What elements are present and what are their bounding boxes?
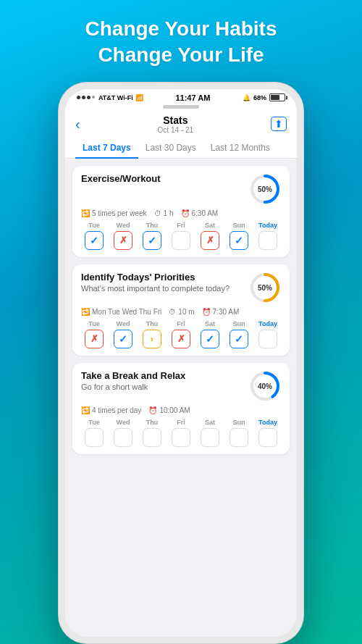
signal-dot-4 [92,96,95,99]
days-row-break: Tue Wed Thu Fri [81,419,281,447]
habit-meta-priorities: 🔁 Mon Tue Wed Thu Fri ⏱ 10 m ⏰ 7:30 AM [81,308,281,316]
phone-screen: AT&T Wi-Fi 📶 11:47 AM 🔔 68% ‹ [65,89,297,637]
day-check-tue[interactable]: ✓ [85,231,104,250]
habit-header-priorities: Identify Todays' Priorities What's most … [81,272,281,304]
day-check-sat[interactable]: ✗ [201,231,219,250]
day-b-fri: Fri [168,419,194,447]
duration-item-p: ⏱ 10 m [169,308,194,316]
day-p-today: Today [255,320,281,348]
signal-dot-3 [87,96,90,99]
day-b-wed: Wed [110,419,136,447]
day-p-fri: Fri ✗ [168,320,194,348]
day-wed: Wed ✗ [110,222,136,250]
repeat-icon-b: 🔁 [81,406,90,414]
duration-label-p: 10 m [178,308,194,316]
tab-last7days[interactable]: Last 7 Days [75,137,138,159]
day-check-p-today[interactable] [258,330,277,348]
day-check-thu[interactable]: ✓ [143,231,161,250]
day-check-wed[interactable]: ✗ [114,231,132,250]
alarm-icon-p: ⏰ [202,308,211,316]
phone-shell: AT&T Wi-Fi 📶 11:47 AM 🔔 68% ‹ [58,82,304,644]
day-check-b-sun[interactable] [230,428,248,447]
day-b-tue: Tue [81,419,107,447]
day-check-p-wed[interactable]: ✓ [114,330,132,348]
day-check-p-fri[interactable]: ✗ [172,330,190,348]
alarm-icon2: ⏰ [181,209,190,217]
day-check-p-thu[interactable]: › [143,330,161,348]
day-label-p-fri: Fri [177,320,185,327]
clock-icon: ⏱ [154,209,161,217]
frequency-item-p: 🔁 Mon Tue Wed Thu Fri [81,308,161,316]
time-item-p: ⏰ 7:30 AM [202,308,240,316]
days-row-priorities: Tue ✗ Wed ✓ Thu [81,320,281,348]
day-check-b-wed[interactable] [114,428,132,447]
status-left: AT&T Wi-Fi 📶 [77,94,143,101]
alarm-icon: 🔔 [243,94,251,101]
day-check-b-tue[interactable] [85,428,104,447]
tab-last12months[interactable]: Last 12 Months [203,137,277,159]
day-label-fri: Fri [177,222,185,229]
habit-card-break: Take a Break and Relax Go for a short wa… [72,363,290,454]
day-label-sun: Sun [233,222,245,229]
day-check-b-thu[interactable] [143,428,161,447]
day-p-wed: Wed ✓ [110,320,136,348]
day-check-p-sat[interactable]: ✓ [201,330,219,348]
time-item: ⏰ 6:30 AM [181,209,219,217]
progress-pct-exercise: 50% [258,185,272,193]
time-item-b: ⏰ 10:00 AM [148,406,190,414]
frequency-item: 🔁 5 times per week [81,209,147,217]
day-tue: Tue ✓ [81,222,107,250]
phone-wrapper: AT&T Wi-Fi 📶 11:47 AM 🔔 68% ‹ [58,82,304,644]
day-sun: Sun ✓ [226,222,252,250]
habit-meta-break: 🔁 4 times per day ⏰ 10:00 AM [81,406,281,414]
days-row-exercise: Tue ✓ Wed ✗ Thu [81,222,281,250]
day-check-b-today[interactable] [258,428,277,447]
frequency-item-b: 🔁 4 times per day [81,406,141,414]
signal-dots [77,96,95,99]
day-label-b-thu: Thu [146,419,159,426]
day-label-p-thu: Thu [146,320,159,327]
phone-notch-area [65,104,297,112]
day-check-today[interactable] [258,231,277,250]
day-p-tue: Tue ✗ [81,320,107,348]
day-label-b-tue: Tue [88,419,99,426]
day-label-b-fri: Fri [177,419,185,426]
habit-meta-exercise: 🔁 5 times per week ⏱ 1 h ⏰ 6:30 AM [81,209,281,217]
day-check-b-sat[interactable] [201,428,219,447]
day-label-b-wed: Wed [117,419,130,426]
time-label-b: 10:00 AM [159,406,190,414]
status-right: 🔔 68% [243,93,285,101]
habit-desc-priorities: What's most important to complete today? [81,284,230,293]
progress-circle-exercise: 50% [249,173,281,205]
share-button[interactable]: ⬆ [271,117,287,131]
day-check-p-tue[interactable]: ✗ [85,330,104,348]
day-sat: Sat ✗ [197,222,223,250]
day-check-b-fri[interactable] [172,428,190,447]
day-b-sun: Sun [226,419,252,447]
day-label-sat: Sat [205,222,215,229]
frequency-label-p: Mon Tue Wed Thu Fri [92,308,161,316]
day-b-thu: Thu [139,419,165,447]
time-label-p: 7:30 AM [213,308,240,316]
hero-text: Change Your Habits Change Your Life [63,0,298,82]
tabs-row: Last 7 Days Last 30 Days Last 12 Months [65,137,297,159]
habit-card-priorities: Identify Todays' Priorities What's most … [72,264,290,356]
day-b-today: Today [255,419,281,447]
time-label: 6:30 AM [192,209,219,217]
day-label-thu: Thu [146,222,159,229]
content-scroll[interactable]: Exercise/Workout 50% 🔁 [65,159,297,637]
tab-last30days[interactable]: Last 30 Days [138,137,203,159]
wifi-icon: 📶 [135,94,143,101]
day-p-sat: Sat ✓ [197,320,223,348]
signal-dot-2 [82,96,85,99]
day-label-today: Today [258,222,277,229]
day-check-fri[interactable] [172,231,190,250]
alarm-icon-b: ⏰ [148,406,157,414]
day-check-p-sun[interactable]: ✓ [230,330,248,348]
habit-name-priorities: Identify Todays' Priorities [81,272,230,283]
day-label-wed: Wed [117,222,130,229]
back-button[interactable]: ‹ [75,116,80,133]
day-check-sun[interactable]: ✓ [230,231,248,250]
progress-pct-break: 40% [258,382,272,390]
duration-item: ⏱ 1 h [154,209,174,217]
